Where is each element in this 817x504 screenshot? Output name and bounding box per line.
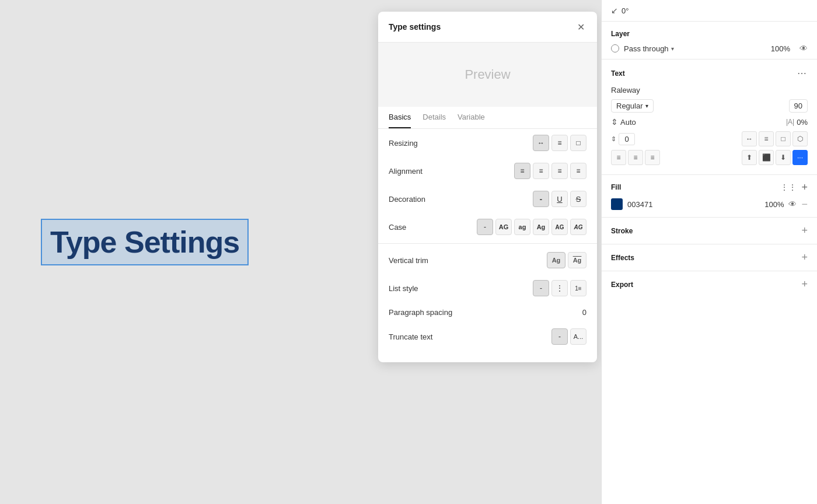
wrap-arrows-btn[interactable]: ↔ (742, 131, 757, 146)
case-none-icon: - (484, 223, 486, 231)
valign-bottom-btn[interactable]: ⬇ (776, 150, 791, 165)
fill-opacity-value[interactable]: 100% (764, 200, 784, 209)
text-section-header: Text ⋯ (611, 68, 808, 79)
vtrim-cap-btn[interactable]: Ag (568, 252, 586, 268)
list-none-btn[interactable]: - (533, 280, 549, 296)
tab-basics[interactable]: Basics (389, 107, 411, 128)
font-name[interactable]: Raleway (611, 86, 808, 94)
blend-mode-chevron-icon: ▾ (671, 46, 674, 52)
export-add-icon[interactable]: + (801, 278, 808, 290)
line-height-value[interactable]: 0 (619, 133, 635, 145)
resizing-fixed-height-btn[interactable]: ≡ (551, 135, 568, 151)
rotation-value[interactable]: 0° (622, 6, 629, 15)
text-align-left-btn[interactable]: ≡ (611, 150, 626, 165)
fill-color-swatch[interactable] (611, 198, 623, 210)
fill-options-icon[interactable]: ⋮⋮ (780, 183, 797, 192)
wrap-rect-btn[interactable]: □ (776, 131, 791, 146)
right-panel: ↙ 0° Layer Pass through ▾ 100% 👁 Text ⋯ … (601, 0, 817, 504)
tab-variable[interactable]: Variable (458, 107, 485, 128)
align-right-btn[interactable]: ≡ (551, 163, 568, 179)
letter-spacing-group: |A| 0% (786, 118, 808, 127)
valign-middle-btn[interactable]: ⬛ (759, 150, 774, 165)
align-left-btn[interactable]: ≡ (514, 163, 530, 179)
truncate-text-row: Truncate text - A... (378, 323, 597, 351)
case-all-icon: AG (574, 224, 583, 230)
resizing-auto-btn[interactable]: ↔ (533, 135, 549, 151)
text-more-options-btn[interactable]: ··· (792, 150, 808, 165)
truncate-ellipsis-icon: A... (574, 333, 584, 340)
list-bullet-btn[interactable]: ⋮ (551, 280, 568, 296)
close-button[interactable]: ✕ (575, 21, 586, 33)
case-title-btn[interactable]: Ag (533, 219, 549, 235)
blend-mode-dropdown[interactable]: Pass through ▾ (624, 44, 766, 53)
case-all-caps-btn[interactable]: AG (570, 219, 586, 235)
truncate-none-btn[interactable]: - (551, 328, 568, 345)
layer-visibility-icon[interactable]: 👁 (799, 44, 808, 53)
text-align-center-btn[interactable]: ≡ (628, 150, 643, 165)
resizing-lines-icon: ≡ (557, 139, 561, 147)
truncate-ellipsis-btn[interactable]: A... (570, 328, 586, 345)
rotation-row: ↙ 0° (602, 0, 817, 22)
text-element-container[interactable]: Type Settings (41, 219, 249, 265)
auto-height-icon: ⇕ (611, 117, 618, 127)
wrap-lines-btn[interactable]: ≡ (759, 131, 774, 146)
stroke-add-icon[interactable]: + (801, 225, 808, 237)
text-wrap-group: ↔ ≡ □ ⬡ (742, 131, 808, 146)
decor-strikethrough-btn[interactable]: S (570, 191, 586, 207)
resizing-controls: ↔ ≡ □ (533, 135, 586, 151)
text-section-title: Text (611, 69, 625, 78)
fill-remove-icon[interactable]: − (801, 199, 808, 209)
decor-underline-btn[interactable]: U (551, 191, 568, 207)
case-small-caps-btn[interactable]: AG (551, 219, 568, 235)
canvas-text: Type Settings (50, 225, 239, 259)
case-controls: - AG ag Ag AG AG (477, 219, 586, 235)
tab-details[interactable]: Details (423, 107, 446, 128)
align-center-btn[interactable]: ≡ (533, 163, 549, 179)
text-options-icon[interactable]: ⋯ (797, 68, 808, 79)
case-upper-btn[interactable]: AG (495, 219, 512, 235)
line-height-group: ⇕ 0 (611, 133, 635, 145)
list-style-label: List style (389, 284, 418, 293)
decoration-controls: - U S (533, 191, 586, 207)
type-settings-panel: Type settings ✕ Preview Basics Details V… (378, 12, 597, 362)
fill-header: Fill ⋮⋮ + (611, 182, 808, 192)
panel-content: Resizing ↔ ≡ □ Alignment ≡ (378, 129, 597, 362)
paragraph-spacing-value[interactable]: 0 (582, 308, 586, 317)
spacing-controls-row: ⇕ 0 ↔ ≡ □ ⬡ (611, 131, 808, 146)
resizing-label: Resizing (389, 139, 418, 148)
align-justify-btn[interactable]: ≡ (570, 163, 586, 179)
decor-none-icon: - (540, 195, 542, 204)
decoration-label: Decoration (389, 195, 425, 204)
case-none-btn[interactable]: - (477, 219, 493, 235)
wrap-shield-btn[interactable]: ⬡ (792, 131, 808, 146)
font-size-input[interactable]: 90 (789, 99, 808, 113)
decor-none-btn[interactable]: - (533, 191, 549, 207)
valign-top-btn[interactable]: ⬆ (742, 150, 757, 165)
fill-add-icon[interactable]: + (801, 182, 808, 192)
letter-spacing-icon: |A| (786, 118, 794, 126)
auto-height-value[interactable]: Auto (620, 118, 636, 127)
text-element[interactable]: Type Settings (41, 219, 249, 265)
vtrim-standard-btn[interactable]: Ag (547, 252, 565, 268)
text-align-group: ≡ ≡ ≡ (611, 150, 660, 165)
stroke-title: Stroke (611, 227, 633, 235)
font-style-dropdown[interactable]: Regular ▾ (611, 99, 654, 113)
truncate-controls: - A... (551, 328, 586, 345)
text-align-right-btn[interactable]: ≡ (645, 150, 660, 165)
letter-spacing-value[interactable]: 0% (797, 118, 808, 127)
paragraph-spacing-label: Paragraph spacing (389, 308, 452, 317)
layer-row: Pass through ▾ 100% 👁 (611, 44, 808, 53)
vertical-trim-row: Vertical trim Ag Ag (378, 246, 597, 274)
effects-section: Effects + (602, 244, 817, 271)
case-lower-btn[interactable]: ag (514, 219, 530, 235)
resizing-fixed-btn[interactable]: □ (570, 135, 586, 151)
fill-visibility-icon[interactable]: 👁 (788, 200, 797, 209)
list-numbered-btn[interactable]: 1≡ (570, 280, 586, 296)
layer-opacity-value[interactable]: 100% (771, 44, 790, 53)
effects-add-icon[interactable]: + (801, 251, 808, 264)
panel-header: Type settings ✕ (378, 12, 597, 43)
blend-mode-icon (611, 44, 619, 52)
fill-color-value[interactable]: 003471 (627, 200, 760, 209)
underline-icon: U (557, 195, 562, 204)
export-section: Export + (602, 271, 817, 298)
